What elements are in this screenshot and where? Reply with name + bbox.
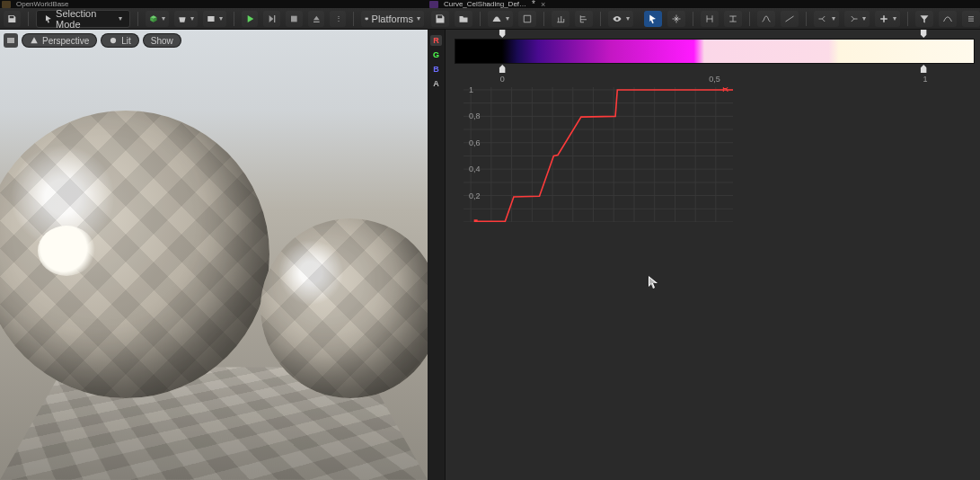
level-editor-panel: OpenWorldBase Selection Mode ▾ ▾ ▾ ▾ [0,0,428,480]
gradient-tick-bottom[interactable] [921,65,927,73]
specular-highlight [38,226,95,276]
svg-rect-1 [291,15,297,22]
y-axis-label: 0,2 [469,191,481,200]
right-tabstrip: Curve_CelShading_Def… * × [428,0,980,8]
separator [543,12,544,26]
separator [907,12,908,26]
channel-column: R G B A [428,30,446,480]
platforms-label: Platforms [372,13,413,24]
channel-g[interactable]: G [430,49,442,60]
x-axis-label: 0 [500,75,505,84]
separator [806,12,807,26]
time-snap-toggle[interactable] [701,11,719,27]
separator [137,12,138,26]
viewport-options-button[interactable] [4,33,18,48]
value-snap-toggle[interactable] [724,11,742,27]
cinematics-dropdown[interactable]: ▾ [203,11,226,27]
svg-marker-0 [46,15,51,23]
marketplace-dropdown[interactable]: ▾ [174,11,198,27]
platforms-dropdown[interactable]: Platforms ▾ [361,11,424,27]
snap-value-toggle[interactable] [575,11,593,27]
channel-a[interactable]: A [430,78,442,89]
play-button[interactable] [242,11,259,27]
viewport-overlay: Perspective Lit Show [4,33,181,48]
gradient-bottom-ticks [446,64,980,73]
y-axis-label: 0,6 [469,138,481,147]
show-label: Show [151,36,173,46]
gradient-tick-top[interactable] [921,30,927,38]
svg-rect-3 [366,20,368,21]
separator [28,12,29,26]
y-axis-label: 0,4 [469,164,481,173]
gradient-tick-bottom[interactable] [499,65,506,73]
right-tab-label[interactable]: Curve_CelShading_Def… [444,0,526,8]
straighten-tangents-button[interactable] [781,11,799,27]
gradient-tick-top[interactable] [499,30,506,38]
curve-toolbar: ▾ ▾ ▾ ▾ ▾ [428,8,980,30]
y-axis-label: 1 [469,87,473,94]
svg-point-4 [110,38,116,43]
stop-button[interactable] [286,11,303,27]
save-asset-button[interactable] [431,11,449,27]
curve-main-area: 00,51 10,80,60,40,2R [446,30,980,480]
x-axis: 00,51 [455,75,975,87]
viewport-show-dropdown[interactable]: Show [143,33,181,48]
level-toolbar: Selection Mode ▾ ▾ ▾ ▾ ⋮ Platforms [0,8,428,30]
curve-editor-panel: Curve_CelShading_Def… * × ▾ ▾ ▾ ▾ ▾ [428,0,980,480]
level-viewport[interactable]: Perspective Lit Show [0,30,428,480]
perspective-label: Perspective [42,36,89,46]
svg-marker-5 [649,14,656,23]
flatten-tangents-button[interactable] [757,11,775,27]
settings-button[interactable] [962,11,980,27]
separator [353,12,354,26]
eject-button[interactable] [308,11,325,27]
key-interp-button[interactable] [939,11,957,27]
svg-rect-2 [366,17,368,19]
snap-time-button[interactable] [518,11,536,27]
world-icon [2,1,11,8]
curve-label-r: R [722,87,728,93]
curve-editor-body: R G B A 00,51 10,80,60,40,2R [428,30,980,480]
channel-r[interactable]: R [430,35,442,46]
selection-mode-label: Selection Mode [56,8,115,30]
chevron-down-icon: ▾ [119,14,122,22]
selection-mode-dropdown[interactable]: Selection Mode ▾ [36,10,131,28]
select-tool-button[interactable] [644,11,662,27]
separator [480,12,481,26]
x-axis-label: 1 [923,75,927,84]
gradient-top-ticks [446,30,980,39]
filter-button[interactable] [915,11,933,27]
curve-key[interactable] [474,219,478,222]
step-button[interactable] [263,11,280,27]
snap-time-toggle[interactable] [552,11,569,27]
preview-sphere-small [260,218,428,398]
pre-infinity-dropdown[interactable]: ▾ [814,11,839,27]
separator [234,12,234,26]
curve-asset-icon [429,1,438,8]
gradient-strip[interactable] [455,39,975,64]
viewport-lit-dropdown[interactable]: Lit [101,33,139,48]
gradient-preview [446,30,980,75]
view-mode-dropdown[interactable]: ▾ [488,11,513,27]
x-axis-label: 0,5 [709,75,720,84]
separator [600,12,601,26]
browse-asset-button[interactable] [455,11,472,27]
lit-label: Lit [121,36,131,46]
y-axis-label: 0,8 [469,111,481,120]
channel-b[interactable]: B [430,64,442,75]
separator [749,12,750,26]
separator [693,12,693,26]
save-button[interactable] [4,11,21,27]
play-options-dropdown[interactable]: ⋮ [330,11,346,27]
curve-graph[interactable]: 10,80,60,40,2R [464,87,733,222]
post-infinity-dropdown[interactable]: ▾ [844,11,870,27]
add-content-dropdown[interactable]: ▾ [146,11,169,27]
add-key-dropdown[interactable]: ▾ [875,11,900,27]
viewport-perspective-dropdown[interactable]: Perspective [22,33,97,48]
visibility-dropdown[interactable]: ▾ [608,11,633,27]
transform-tool-button[interactable] [667,11,685,27]
